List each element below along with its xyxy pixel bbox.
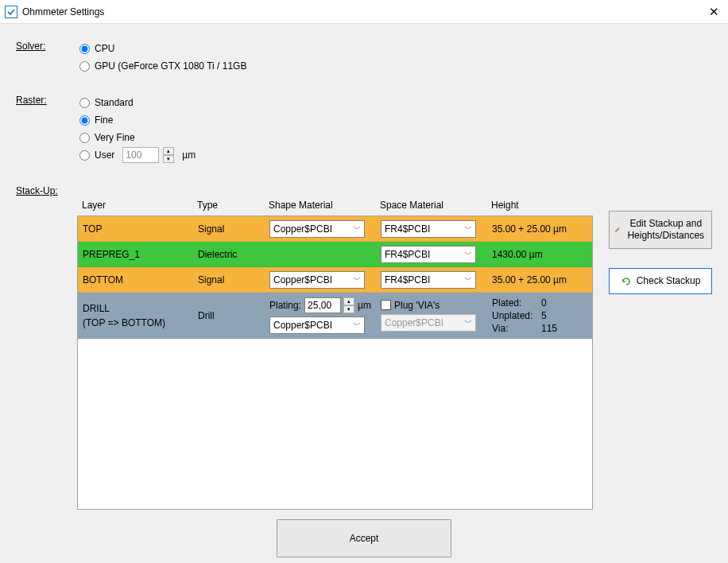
cell-type: Signal (198, 223, 269, 235)
chevron-down-icon: ﹀ (353, 274, 361, 285)
raster-veryfine-label: Very Fine (95, 132, 135, 143)
cell-layer: PREPREG_1 (83, 249, 198, 260)
shape-select[interactable]: Copper$PCBI﹀ (269, 220, 365, 238)
cell-layer: BOTTOM (83, 274, 198, 285)
stackup-table: TOP Signal Copper$PCBI﹀ FR4$PCBI﹀ 35.00 … (77, 215, 593, 510)
drill-stats: Plated:0 Unplated:5 Via:115 (492, 297, 587, 334)
plug-label: Plug 'VIA's (394, 300, 440, 311)
col-shape: Shape Material (269, 200, 380, 211)
window-title: Ohmmeter Settings (22, 6, 104, 17)
raster-veryfine-radio[interactable] (79, 133, 90, 143)
drill-sublayer: (TOP => BOTTOM) (83, 317, 198, 328)
raster-user-label: User (95, 149, 114, 161)
solver-cpu-label: CPU (95, 43, 114, 54)
chevron-down-icon: ﹀ (464, 274, 472, 285)
plug-checkbox[interactable] (381, 300, 391, 310)
table-row-top: TOP Signal Copper$PCBI﹀ FR4$PCBI﹀ 35.00 … (78, 216, 592, 242)
space-select[interactable]: FR4$PCBI﹀ (381, 220, 476, 238)
plating-input[interactable]: 25,00 (304, 297, 341, 313)
drill-layer: DRILL (83, 303, 198, 314)
space-select[interactable]: FR4$PCBI﹀ (381, 246, 476, 263)
col-type: Type (197, 200, 269, 211)
raster-standard-radio[interactable] (79, 98, 90, 108)
raster-user-unit: µm (182, 149, 196, 161)
raster-user-input[interactable]: 100 (122, 147, 159, 163)
cell-height: 35.00 + 25.00 µm (492, 274, 587, 285)
pencil-icon (614, 224, 621, 235)
space-select[interactable]: FR4$PCBI﹀ (381, 271, 476, 289)
drill-space-select: Copper$PCBI﹀ (381, 314, 476, 332)
solver-label: Solver: (16, 40, 79, 75)
table-row-prepreg: PREPREG_1 Dielectric FR4$PCBI﹀ 1430.00 µ… (78, 242, 592, 267)
raster-label: Raster: (16, 94, 79, 164)
raster-standard-label: Standard (95, 97, 134, 108)
chevron-down-icon: ﹀ (353, 223, 361, 235)
plating-spinner[interactable]: ▴▾ (343, 297, 354, 313)
chevron-down-icon: ﹀ (353, 320, 361, 331)
shape-select[interactable]: Copper$PCBI﹀ (269, 271, 365, 289)
refresh-icon (621, 276, 632, 287)
drill-type: Drill (198, 310, 269, 321)
edit-stackup-button[interactable]: Edit Stackup and Heights/Distances (609, 211, 712, 249)
stackup-label: Stack-Up: (16, 184, 79, 196)
col-layer: Layer (82, 200, 197, 211)
cell-type: Signal (198, 274, 269, 285)
solver-cpu-radio[interactable] (79, 44, 90, 54)
chevron-down-icon: ﹀ (464, 249, 472, 260)
chevron-down-icon: ﹀ (464, 317, 472, 328)
titlebar: Ohmmeter Settings ✕ (0, 0, 728, 24)
cell-height: 1430.00 µm (492, 249, 587, 260)
cell-height: 35.00 + 25.00 µm (492, 223, 587, 235)
solver-gpu-radio[interactable] (79, 61, 90, 72)
table-row-drill: DRILL (TOP => BOTTOM) Drill Plating: 25,… (78, 293, 592, 339)
app-icon (5, 6, 17, 18)
solver-gpu-label: GPU (GeForce GTX 1080 Ti / 11GB (95, 60, 246, 72)
raster-user-spinner[interactable]: ▴▾ (163, 147, 174, 163)
col-space: Space Material (380, 200, 491, 211)
close-button[interactable]: ✕ (706, 4, 722, 20)
accept-button[interactable]: Accept (277, 519, 451, 557)
plating-label: Plating: (269, 300, 301, 311)
raster-user-radio[interactable] (79, 150, 90, 161)
cell-type: Dielectric (198, 249, 269, 260)
chevron-down-icon: ﹀ (464, 223, 472, 235)
raster-fine-radio[interactable] (79, 115, 90, 126)
table-header: Layer Type Shape Material Space Material… (77, 200, 593, 215)
table-row-bottom: BOTTOM Signal Copper$PCBI﹀ FR4$PCBI﹀ 35.… (78, 267, 592, 293)
cell-layer: TOP (83, 223, 198, 235)
raster-fine-label: Fine (95, 115, 113, 126)
check-stackup-button[interactable]: Check Stackup (609, 268, 712, 294)
col-height: Height (491, 200, 587, 211)
drill-shape-select[interactable]: Copper$PCBI﹀ (269, 316, 365, 334)
plating-unit: µm (358, 300, 371, 311)
